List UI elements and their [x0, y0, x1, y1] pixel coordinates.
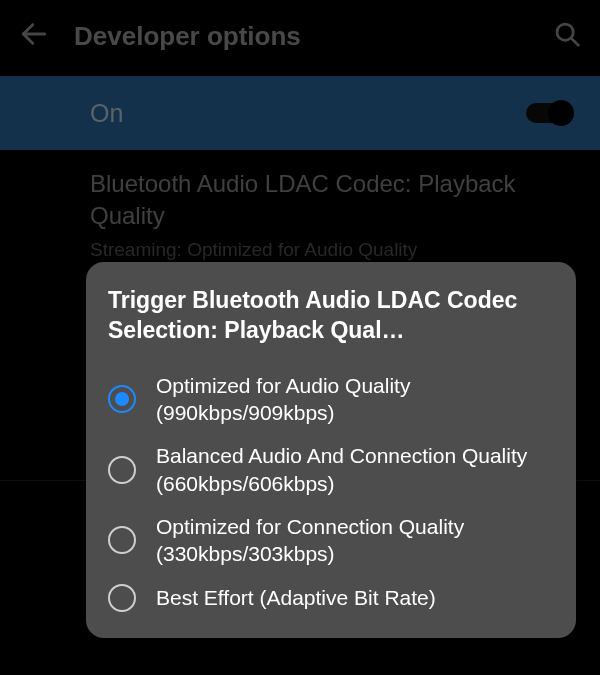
- radio-selected-icon: [108, 385, 136, 413]
- option-audio-quality[interactable]: Optimized for Audio Quality (990kbps/909…: [108, 364, 554, 435]
- option-label: Balanced Audio And Connection Quality (6…: [156, 442, 554, 497]
- option-balanced[interactable]: Balanced Audio And Connection Quality (6…: [108, 434, 554, 505]
- option-label: Best Effort (Adaptive Bit Rate): [156, 584, 436, 611]
- radio-icon: [108, 526, 136, 554]
- option-best-effort[interactable]: Best Effort (Adaptive Bit Rate): [108, 576, 554, 620]
- option-label: Optimized for Connection Quality (330kbp…: [156, 513, 554, 568]
- option-label: Optimized for Audio Quality (990kbps/909…: [156, 372, 554, 427]
- ldac-quality-dialog: Trigger Bluetooth Audio LDAC Codec Selec…: [86, 262, 576, 638]
- option-connection-quality[interactable]: Optimized for Connection Quality (330kbp…: [108, 505, 554, 576]
- radio-icon: [108, 584, 136, 612]
- radio-icon: [108, 456, 136, 484]
- dialog-title: Trigger Bluetooth Audio LDAC Codec Selec…: [108, 286, 554, 346]
